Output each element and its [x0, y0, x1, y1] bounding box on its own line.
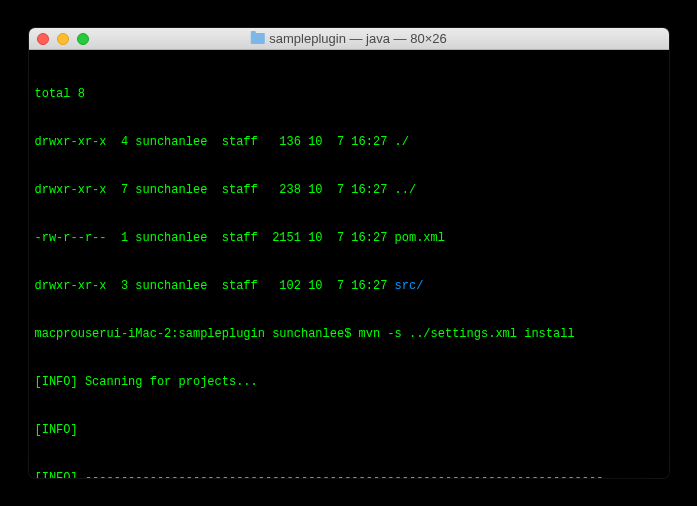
terminal-line: total 8: [35, 86, 663, 102]
terminal-window: sampleplugin — java — 80×26 total 8 drwx…: [29, 28, 669, 478]
terminal-body[interactable]: total 8 drwxr-xr-x 4 sunchanlee staff 13…: [29, 50, 669, 478]
titlebar[interactable]: sampleplugin — java — 80×26: [29, 28, 669, 50]
close-icon[interactable]: [37, 33, 49, 45]
minimize-icon[interactable]: [57, 33, 69, 45]
terminal-line: [INFO] Scanning for projects...: [35, 374, 663, 390]
src-dir: src/: [395, 279, 424, 293]
window-title: sampleplugin — java — 80×26: [269, 31, 446, 46]
traffic-lights: [29, 33, 89, 45]
terminal-line: [INFO] ---------------------------------…: [35, 470, 663, 478]
terminal-line: -rw-r--r-- 1 sunchanlee staff 2151 10 7 …: [35, 230, 663, 246]
folder-icon: [250, 33, 264, 44]
terminal-line: macprouserui-iMac-2:sampleplugin sunchan…: [35, 326, 663, 342]
window-title-wrap: sampleplugin — java — 80×26: [250, 31, 446, 46]
terminal-line: drwxr-xr-x 7 sunchanlee staff 238 10 7 1…: [35, 182, 663, 198]
terminal-line: drwxr-xr-x 3 sunchanlee staff 102 10 7 1…: [35, 278, 663, 294]
terminal-line: drwxr-xr-x 4 sunchanlee staff 136 10 7 1…: [35, 134, 663, 150]
terminal-line: [INFO]: [35, 422, 663, 438]
maximize-icon[interactable]: [77, 33, 89, 45]
